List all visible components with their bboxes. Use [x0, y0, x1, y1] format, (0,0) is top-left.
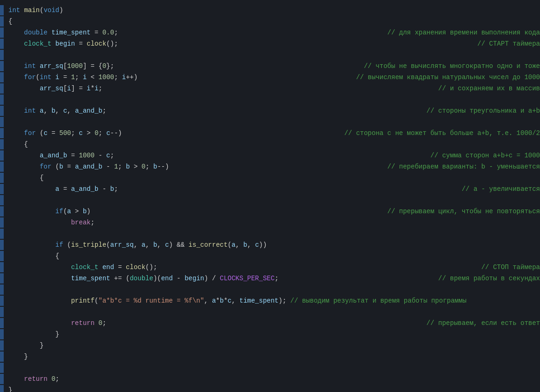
line-content: clock_t end = clock(); // СТОП таймера — [4, 262, 540, 272]
line-gutter — [0, 229, 4, 239]
code-text: int arr_sq[1000] = {0}; — [8, 61, 114, 71]
code-line: time_spent += (double)(end - begin) / CL… — [0, 273, 540, 284]
line-gutter — [0, 39, 4, 49]
line-gutter — [0, 307, 4, 317]
line-gutter — [0, 363, 4, 373]
code-line: printf("a*b*c = %d runtime = %f\n", a*b*… — [0, 295, 540, 306]
line-content: for(int i = 1; i < 1000; i++) // вычисля… — [4, 72, 540, 82]
comment-text: // прерываем, если есть ответ — [408, 318, 540, 328]
line-gutter — [0, 5, 4, 15]
line-gutter — [0, 61, 4, 71]
line-content: return 0; // прерываем, если есть ответ — [4, 318, 540, 328]
comment-text: // прерываем цикл, чтобы не повторяться — [369, 206, 540, 216]
code-line — [0, 195, 540, 206]
line-content: a = a_and_b - b; // a - увеличивается — [4, 184, 540, 194]
code-line: { — [0, 16, 540, 27]
code-text: a_and_b = 1000 - c; — [8, 150, 114, 161]
code-text: return 0; — [8, 318, 106, 328]
line-gutter — [0, 296, 4, 306]
code-line: } — [0, 385, 540, 392]
line-content — [4, 95, 540, 105]
line-content: a_and_b = 1000 - c; // сумма сторон a+b+… — [4, 150, 540, 161]
line-content: { — [4, 251, 540, 261]
code-line — [0, 362, 540, 373]
line-gutter — [0, 240, 4, 250]
line-content: printf("a*b*c = %d runtime = %f\n", a*b*… — [4, 296, 540, 306]
line-content: return 0; — [4, 374, 540, 384]
line-content: arr_sq[i] = i*i; // и сохраняем их в мас… — [4, 83, 540, 94]
code-line: } — [0, 329, 540, 340]
code-line: double time_spent = 0.0; // для хранения… — [0, 27, 540, 38]
code-text: for (b = a_and_b - 1; b > 0; b--) — [8, 162, 169, 172]
line-content: time_spent += (double)(end - begin) / CL… — [4, 273, 540, 284]
code-text: printf("a*b*c = %d runtime = %f\n", a*b*… — [8, 296, 466, 306]
line-gutter — [0, 251, 4, 261]
line-gutter — [0, 128, 4, 138]
line-gutter — [0, 385, 4, 392]
code-line: { — [0, 139, 540, 150]
code-text: int main(void) — [8, 5, 63, 15]
comment-text: // СТОП таймера — [463, 262, 540, 272]
code-editor: int main(void) { double time_spent = 0.0… — [0, 0, 540, 392]
comment-text: // время работы в секундах — [420, 273, 540, 284]
line-gutter — [0, 95, 4, 105]
comment-text: // стороны треугольника и a+b — [408, 106, 540, 116]
code-line: for (c = 500; c > 0; c--) // сторона с н… — [0, 128, 540, 139]
code-text: int a, b, c, a_and_b; — [8, 106, 106, 116]
code-line — [0, 94, 540, 105]
code-text: } — [8, 340, 44, 351]
comment-text: // перебираем варианты: b - уменьшается — [369, 162, 540, 172]
code-text: clock_t begin = clock(); — [8, 39, 118, 49]
code-line: arr_sq[i] = i*i; // и сохраняем их в мас… — [0, 83, 540, 94]
code-line: } — [0, 351, 540, 362]
line-gutter — [0, 195, 4, 205]
code-text: { — [8, 251, 59, 261]
code-line: int main(void) — [0, 5, 540, 16]
line-gutter — [0, 72, 4, 82]
line-gutter — [0, 27, 4, 38]
line-content — [4, 284, 540, 295]
line-content: } — [4, 340, 540, 351]
code-line — [0, 284, 540, 295]
line-content: if (is_triple(arr_sq, a, b, c) && is_cor… — [4, 240, 540, 250]
line-content — [4, 117, 540, 127]
line-gutter — [0, 184, 4, 194]
code-line: return 0; // прерываем, если есть ответ — [0, 318, 540, 329]
line-content: for (b = a_and_b - 1; b > 0; b--) // пер… — [4, 162, 540, 172]
code-line: a = a_and_b - b; // a - увеличивается — [0, 183, 540, 195]
code-text: } — [8, 351, 28, 362]
code-text: time_spent += (double)(end - begin) / CL… — [8, 273, 279, 284]
code-line — [0, 228, 540, 239]
code-line — [0, 116, 540, 128]
code-line: return 0; — [0, 373, 540, 385]
code-text: break; — [8, 217, 95, 228]
line-gutter — [0, 162, 4, 172]
line-content — [4, 363, 540, 373]
code-text: return 0; — [8, 374, 59, 384]
comment-text: // вычисляем квадраты натуральных чисел … — [337, 72, 540, 82]
line-content: int arr_sq[1000] = {0}; // чтобы не вычи… — [4, 61, 540, 71]
line-gutter — [0, 173, 4, 183]
code-text: { — [8, 139, 28, 149]
code-line: a_and_b = 1000 - c; // сумма сторон a+b+… — [0, 150, 540, 161]
comment-text: // СТАРТ таймера — [459, 39, 540, 49]
line-gutter — [0, 318, 4, 328]
code-text: double time_spent = 0.0; — [8, 27, 118, 38]
comment-text: // чтобы не вычислять многократно одно и… — [345, 61, 540, 71]
code-line: for (b = a_and_b - 1; b > 0; b--) // пер… — [0, 161, 540, 172]
code-line: } — [0, 340, 540, 351]
line-gutter — [0, 206, 4, 216]
line-gutter — [0, 16, 4, 27]
line-content: clock_t begin = clock(); // СТАРТ таймер… — [4, 39, 540, 49]
line-content: { — [4, 16, 540, 27]
code-line: if(a > b) // прерываем цикл, чтобы не по… — [0, 206, 540, 217]
line-gutter — [0, 273, 4, 284]
line-gutter — [0, 117, 4, 127]
line-gutter — [0, 262, 4, 272]
line-gutter — [0, 50, 4, 60]
line-content: } — [4, 385, 540, 392]
line-content: { — [4, 173, 540, 183]
line-gutter — [0, 340, 4, 351]
code-line — [0, 306, 540, 318]
comment-text: // для хранения времени выполнения кода — [369, 27, 540, 38]
